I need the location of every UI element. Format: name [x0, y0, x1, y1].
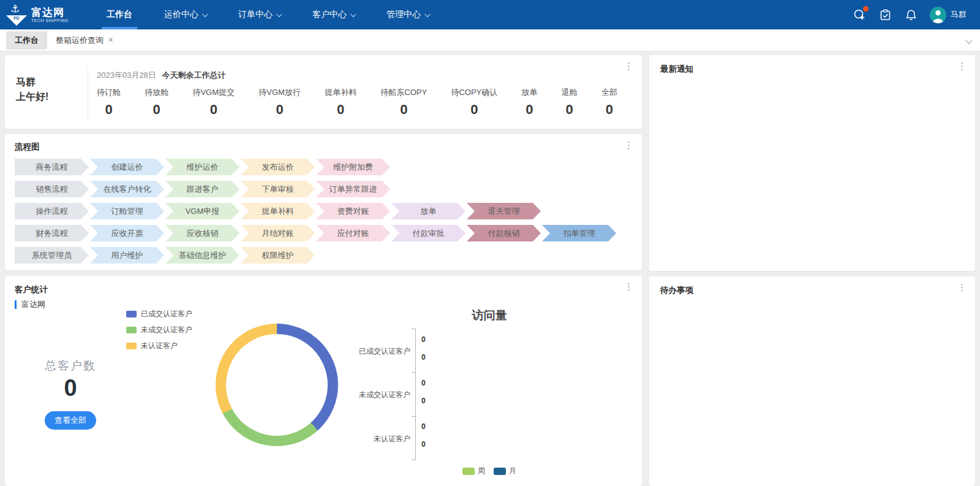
bar-value-label: 0 [421, 335, 426, 344]
flow-row-label: 商务流程 [15, 159, 89, 175]
flow-step[interactable]: 维护附加费 [316, 159, 390, 175]
flow-step[interactable]: 放单 [391, 203, 466, 219]
counter-pending-booking[interactable]: 待订舱 0 [97, 87, 121, 118]
legend-swatch [494, 468, 506, 475]
legend-item-month[interactable]: 月 [494, 466, 516, 476]
card-menu-icon[interactable] [957, 283, 967, 292]
legend-swatch [126, 343, 137, 349]
flow-step[interactable]: 权限维护 [241, 247, 315, 264]
accent-bar [15, 300, 17, 309]
flow-step[interactable]: 提单补料 [241, 203, 315, 219]
flow-step[interactable]: 用户维护 [90, 247, 164, 264]
flow-step[interactable]: 订单异常跟进 [316, 181, 390, 197]
bar-value-label: 0 [421, 353, 426, 362]
flow-step[interactable]: 付款核销 [467, 225, 541, 241]
tab-workbench[interactable]: 工作台 [6, 31, 47, 50]
service-icon[interactable] [853, 8, 866, 21]
flow-step[interactable]: 付款审批 [391, 225, 466, 241]
card-title: 客户统计 [15, 284, 632, 295]
bell-icon[interactable] [904, 8, 918, 21]
flow-step[interactable]: 应收核销 [165, 225, 239, 241]
tabbar-collapse-chevron-icon[interactable] [965, 37, 972, 44]
logo-subtitle: TECH SHIPPING [31, 18, 69, 23]
work-summary-card: 马群 上午好! 2023年03月28日 今天剩余工作总计 待订舱 0 待放舱 0 [5, 55, 642, 129]
card-title: 待办事项 [660, 285, 964, 296]
flow-step[interactable]: 基础信息维护 [165, 247, 239, 264]
legend-item-week[interactable]: 周 [462, 466, 485, 476]
counter-all[interactable]: 全部 0 [601, 87, 617, 118]
latest-notices-card: 最新通知 [649, 55, 975, 271]
clipboard-check-icon[interactable] [878, 8, 892, 21]
bar-value-label: 0 [421, 440, 426, 449]
bar-value-label: 0 [421, 397, 426, 405]
nav-item-workbench[interactable]: 工作台 [91, 0, 148, 29]
legend-item-certified-nodeal[interactable]: 未成交认证客户 [126, 325, 207, 335]
flow-step[interactable]: 月结对账 [241, 225, 315, 241]
nav-item-order-center[interactable]: 订单中心 [222, 0, 296, 29]
card-menu-icon[interactable] [624, 282, 633, 291]
nav-item-admin-center[interactable]: 管理中心 [371, 0, 445, 29]
app-logo[interactable]: ⚓ FD 富达网 TECH SHIPPING [0, 0, 77, 29]
flow-step[interactable]: 扣单管理 [542, 225, 616, 241]
greeting-message: 上午好! [16, 89, 88, 104]
flow-step[interactable]: 退关管理 [467, 203, 541, 219]
customer-donut-chart[interactable] [216, 324, 338, 446]
nav-item-customer-center[interactable]: 客户中心 [296, 0, 371, 29]
avatar [930, 7, 946, 23]
card-title: 流程图 [15, 142, 632, 153]
user-menu[interactable]: 马群 [930, 7, 967, 23]
bar-value-label: 0 [421, 422, 426, 431]
view-all-button[interactable]: 查看全部 [45, 411, 96, 430]
counter-vgm-release[interactable]: 待VGM放行 0 [258, 87, 301, 118]
axis-tick [412, 328, 416, 329]
axis-tick [412, 460, 416, 460]
category-label: 未认证客户 [288, 434, 410, 444]
card-menu-icon[interactable] [624, 61, 633, 70]
bar-value-label: 0 [421, 379, 426, 387]
counter-release-order[interactable]: 放单 0 [521, 87, 537, 118]
counter-bl-supplement[interactable]: 提单补料 0 [325, 87, 356, 118]
tab-fcl-freight-query[interactable]: 整箱运价查询 [47, 31, 122, 50]
flow-step[interactable]: 维护运价 [165, 159, 239, 175]
y-axis-line [415, 328, 416, 460]
user-name: 马群 [951, 9, 967, 20]
logo-title: 富达网 [31, 7, 69, 18]
flow-step[interactable]: 应收开票 [90, 225, 164, 241]
legend-item-certified-deal[interactable]: 已成交认证客户 [126, 309, 207, 319]
nav-item-label: 管理中心 [386, 9, 421, 20]
counter-owner-copy[interactable]: 待船东COPY 0 [380, 87, 427, 118]
counter-vgm-submit[interactable]: 待VGM提交 0 [192, 87, 235, 118]
counter-pending-release-space[interactable]: 待放舱 0 [145, 87, 168, 118]
chevron-down-icon [202, 11, 208, 17]
flow-step[interactable]: 资费对账 [316, 203, 390, 219]
card-title: 最新通知 [660, 64, 964, 75]
flow-step[interactable]: 应付对账 [316, 225, 390, 241]
flow-step[interactable]: 跟进客户 [165, 181, 239, 197]
flow-step[interactable]: 订舱管理 [90, 203, 164, 219]
current-date: 2023年03月28日 [97, 70, 156, 80]
counter-cancel-space[interactable]: 退舱 0 [562, 87, 578, 118]
flow-step[interactable]: 发布运价 [241, 159, 315, 175]
counter-copy-confirm[interactable]: 待COPY确认 0 [451, 87, 497, 118]
summary-label: 今天剩余工作总计 [162, 70, 225, 80]
tab-bar: 工作台 整箱运价查询 [0, 29, 980, 51]
category-label: 已成交认证客户 [288, 346, 410, 357]
flow-step[interactable]: 创建运价 [90, 159, 164, 175]
flow-step[interactable]: 下单审核 [241, 181, 315, 197]
total-customers-value: 0 [15, 375, 126, 401]
flow-row-label: 销售流程 [15, 181, 89, 197]
flow-step[interactable]: VGM申报 [165, 203, 239, 219]
nav-item-freight-center[interactable]: 运价中心 [148, 0, 222, 29]
legend-item-uncertified[interactable]: 未认证客户 [126, 341, 207, 351]
legend-swatch [126, 327, 137, 333]
flow-step[interactable]: 在线客户转化 [90, 181, 164, 197]
card-menu-icon[interactable] [624, 140, 633, 150]
close-icon[interactable] [108, 36, 113, 44]
nav-item-label: 订单中心 [238, 9, 273, 20]
flow-row-sysadmin: 系统管理员 用户维护 基础信息维护 权限维护 [15, 247, 632, 264]
legend-swatch [126, 311, 137, 317]
logo-anchor-icon: ⚓ FD [6, 4, 27, 26]
logo-badge-text: FD [13, 15, 19, 26]
card-menu-icon[interactable] [957, 61, 967, 70]
category-label: 未成交认证客户 [288, 390, 410, 400]
